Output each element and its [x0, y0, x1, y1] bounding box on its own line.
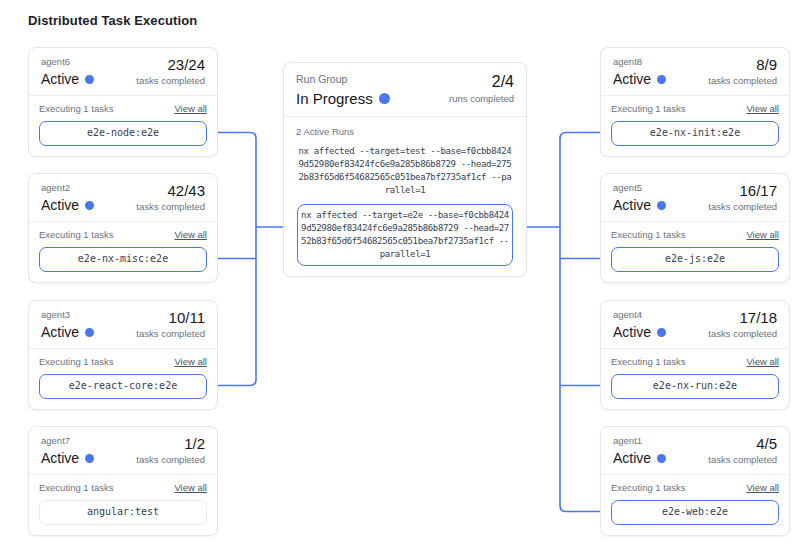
active-status-dot: [657, 75, 666, 84]
tasks-completed-caption: tasks completed: [136, 327, 205, 340]
agent-status: Active: [41, 70, 79, 89]
tasks-completed-caption: tasks completed: [136, 74, 205, 87]
agent-card-right-2: agent5 Active 16/17 tasks completed Exec…: [600, 173, 790, 283]
tasks-fraction: 23/24: [136, 56, 205, 73]
tasks-completed-caption: tasks completed: [708, 327, 777, 340]
tasks-completed-caption: tasks completed: [136, 200, 205, 213]
tasks-fraction: 10/11: [136, 309, 205, 326]
tasks-fraction: 1/2: [136, 435, 205, 452]
agent-name: agent3: [41, 309, 94, 321]
task-pill[interactable]: e2e-js:e2e: [611, 247, 779, 272]
view-all-link[interactable]: View all: [174, 482, 207, 494]
agent-card-header: agent8 Active 8/9 tasks completed: [601, 48, 789, 95]
agent-card-right-4: agent1 Active 4/5 tasks completed Execut…: [600, 426, 790, 536]
tasks-fraction: 42/43: [136, 182, 205, 199]
agent-status: Active: [613, 196, 651, 215]
task-pill[interactable]: e2e-react-core:e2e: [39, 374, 207, 399]
agent-card-header: agent6 Active 23/24 tasks completed: [29, 48, 217, 95]
tasks-fraction: 4/5: [708, 435, 777, 452]
view-all-link[interactable]: View all: [174, 229, 207, 241]
agent-card-left-3: agent3 Active 10/11 tasks completed Exec…: [28, 300, 218, 410]
active-status-dot: [85, 454, 94, 463]
page-title: Distributed Task Execution: [28, 13, 197, 28]
agent-status: Active: [613, 323, 651, 342]
run-group-card: Run Group In Progress 2/4 runs completed…: [283, 62, 527, 277]
active-status-dot: [85, 75, 94, 84]
agent-status: Active: [41, 323, 79, 342]
executing-label: Executing 1 tasks: [611, 103, 685, 115]
agent-name: agent2: [41, 182, 94, 194]
agent-card-right-3: agent4 Active 17/18 tasks completed Exec…: [600, 300, 790, 410]
active-status-dot: [85, 201, 94, 210]
active-status-dot: [657, 454, 666, 463]
view-all-link[interactable]: View all: [746, 482, 779, 494]
task-pill[interactable]: angular:test: [39, 500, 207, 525]
tasks-fraction: 17/18: [708, 309, 777, 326]
agent-card-header: agent2 Active 42/43 tasks completed: [29, 174, 217, 221]
executing-label: Executing 1 tasks: [39, 482, 113, 494]
agent-status: Active: [613, 70, 651, 89]
agent-card-header: agent1 Active 4/5 tasks completed: [601, 427, 789, 474]
view-all-link[interactable]: View all: [174, 356, 207, 368]
run-group-header: Run Group In Progress 2/4 runs completed: [284, 63, 526, 116]
view-all-link[interactable]: View all: [746, 103, 779, 115]
agent-card-header: agent5 Active 16/17 tasks completed: [601, 174, 789, 221]
tasks-completed-caption: tasks completed: [708, 74, 777, 87]
run-command-e2e-selected[interactable]: nx affected --target=e2e --base=f0cbb842…: [297, 204, 513, 266]
agent-name: agent5: [613, 182, 666, 194]
agent-card-header: agent7 Active 1/2 tasks completed: [29, 427, 217, 474]
agent-card-left-2: agent2 Active 42/43 tasks completed Exec…: [28, 173, 218, 283]
task-pill[interactable]: e2e-web:e2e: [611, 500, 779, 525]
task-pill[interactable]: e2e-nx-init:e2e: [611, 121, 779, 146]
agent-name: agent6: [41, 56, 94, 68]
agent-name: agent8: [613, 56, 666, 68]
task-pill[interactable]: e2e-nx-run:e2e: [611, 374, 779, 399]
agent-card-header: agent4 Active 17/18 tasks completed: [601, 301, 789, 348]
run-group-status: In Progress: [296, 89, 373, 108]
task-pill[interactable]: e2e-nx-misc:e2e: [39, 247, 207, 272]
task-pill[interactable]: e2e-node:e2e: [39, 121, 207, 146]
agent-status: Active: [41, 196, 79, 215]
active-status-dot: [85, 328, 94, 337]
run-group-label: Run Group: [296, 73, 390, 86]
active-status-dot: [657, 201, 666, 210]
executing-label: Executing 1 tasks: [611, 356, 685, 368]
view-all-link[interactable]: View all: [746, 356, 779, 368]
tasks-fraction: 16/17: [708, 182, 777, 199]
agent-name: agent7: [41, 435, 94, 447]
agent-status: Active: [613, 449, 651, 468]
executing-label: Executing 1 tasks: [611, 482, 685, 494]
runs-completed-caption: runs completed: [449, 92, 514, 105]
agent-card-header: agent3 Active 10/11 tasks completed: [29, 301, 217, 348]
agent-card-right-1: agent8 Active 8/9 tasks completed Execut…: [600, 47, 790, 157]
agent-card-left-1: agent6 Active 23/24 tasks completed Exec…: [28, 47, 218, 157]
distributed-task-execution-view: Distributed Task Execution agent6: [0, 0, 800, 549]
executing-label: Executing 1 tasks: [611, 229, 685, 241]
view-all-link[interactable]: View all: [746, 229, 779, 241]
executing-label: Executing 1 tasks: [39, 229, 113, 241]
in-progress-status-dot: [379, 93, 390, 104]
tasks-completed-caption: tasks completed: [136, 453, 205, 466]
agent-card-left-4: agent7 Active 1/2 tasks completed Execut…: [28, 426, 218, 536]
executing-label: Executing 1 tasks: [39, 103, 113, 115]
runs-fraction: 2/4: [449, 73, 514, 91]
tasks-completed-caption: tasks completed: [708, 453, 777, 466]
agent-name: agent4: [613, 309, 666, 321]
view-all-link[interactable]: View all: [174, 103, 207, 115]
tasks-fraction: 8/9: [708, 56, 777, 73]
agent-status: Active: [41, 449, 79, 468]
active-status-dot: [657, 328, 666, 337]
run-command-test[interactable]: nx affected --target=test --base=f0cbb84…: [297, 145, 513, 197]
tasks-completed-caption: tasks completed: [708, 200, 777, 213]
executing-label: Executing 1 tasks: [39, 356, 113, 368]
agent-name: agent1: [613, 435, 666, 447]
active-runs-label: 2 Active Runs: [296, 126, 514, 138]
